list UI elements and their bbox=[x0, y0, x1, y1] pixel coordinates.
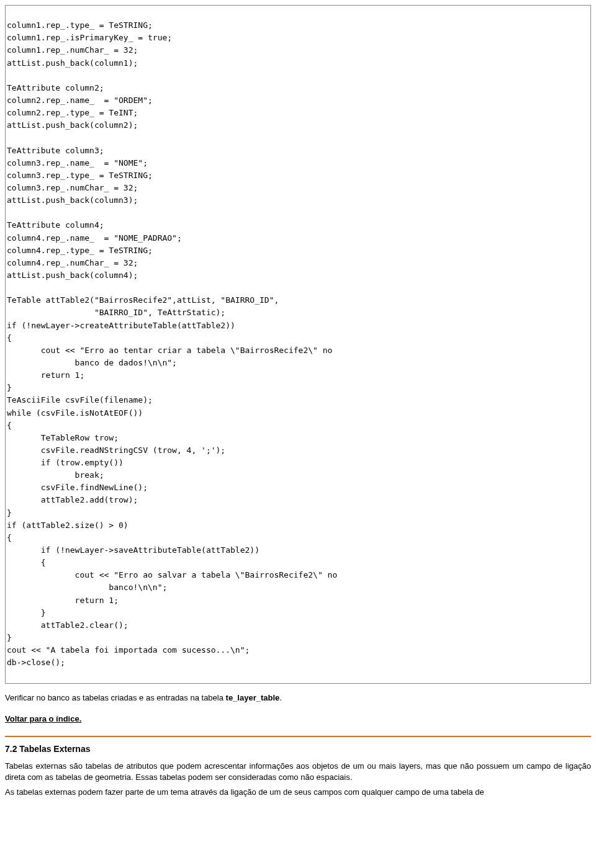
paragraph-external-tables-2: As tabelas externas podem fazer parte de… bbox=[5, 787, 591, 798]
back-to-index-link[interactable]: Voltar para o índice. bbox=[5, 714, 81, 725]
para1-pre: Verificar no banco as tabelas criadas e … bbox=[5, 693, 226, 702]
para1-post: . bbox=[279, 693, 282, 702]
code-block: column1.rep_.type_ = TeSTRING; column1.r… bbox=[5, 5, 591, 684]
section-divider bbox=[5, 736, 591, 737]
paragraph-external-tables-1: Tabelas externas são tabelas de atributo… bbox=[5, 761, 591, 783]
para1-bold: te_layer_table bbox=[226, 693, 280, 702]
paragraph-verify: Verificar no banco as tabelas criadas e … bbox=[5, 692, 591, 704]
section-title: 7.2 Tabelas Externas bbox=[5, 743, 591, 756]
code-content: column1.rep_.type_ = TeSTRING; column1.r… bbox=[6, 18, 590, 670]
